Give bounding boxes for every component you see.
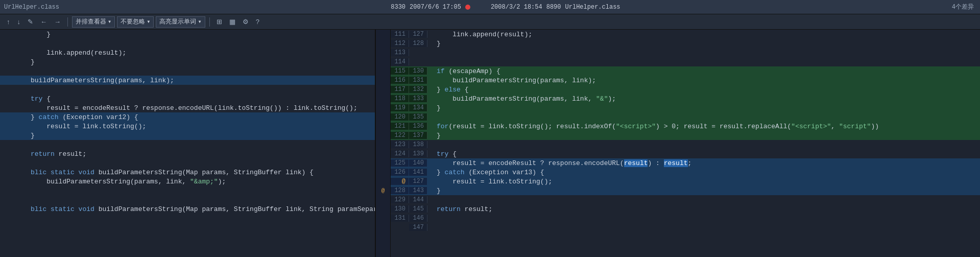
table-row: blic static void buildParametersString(M… <box>0 168 375 177</box>
chevron-down-icon2: ▾ <box>147 18 150 26</box>
gutter-line <box>376 168 390 177</box>
table-row <box>0 85 375 94</box>
left-pane: } link.append(result); } <box>0 30 375 257</box>
gutter-line <box>376 30 390 39</box>
highlight-dropdown[interactable]: 高亮显示单词 ▾ <box>156 16 205 28</box>
table-row <box>0 140 375 149</box>
chevron-down-icon: ▾ <box>108 18 111 26</box>
table-row: result = link.toString(); <box>0 122 375 131</box>
table-row <box>0 39 375 48</box>
gutter-line <box>376 66 390 76</box>
title-bar-center: 8330 2007/6/6 17:05 2008/3/2 18:54 8890 … <box>391 4 620 11</box>
table-row: 121 136 for(result = link.toString(); re… <box>391 122 980 131</box>
left-file-segment: 8330 2007/6/6 17:05 <box>391 4 470 11</box>
table-row: 129 144 <box>391 195 980 204</box>
table-row <box>0 66 375 76</box>
gutter-line <box>376 85 390 94</box>
table-row <box>0 186 375 195</box>
table-row: return result; <box>0 149 375 158</box>
right-date: 2008/3/2 18:54 <box>491 4 542 11</box>
table-row: 117 132 } else { <box>391 85 980 94</box>
left-arrow-button[interactable]: ← <box>38 17 50 27</box>
table-row: buildParametersString(params, link); <box>0 76 375 85</box>
table-row: 125 140 result = encodeResult ? response… <box>391 158 980 168</box>
right-pane: 111 127 link.append(result); 112 128 } 1… <box>391 30 980 257</box>
table-row: 126 141 } catch (Exception var13) { <box>391 168 980 177</box>
table-row: blic static void buildParametersString(M… <box>0 204 375 214</box>
table-row: 113 <box>391 48 980 57</box>
gutter-line <box>376 112 390 122</box>
gutter-line <box>376 177 390 186</box>
help-button[interactable]: ? <box>253 17 262 27</box>
left-line-num: 8330 <box>391 4 405 11</box>
table-row: try { <box>0 94 375 103</box>
prev-button[interactable]: ↑ <box>4 17 13 27</box>
gutter-line <box>376 76 390 85</box>
gutter-line <box>376 131 390 140</box>
compare-dropdown[interactable]: 并排查看器 ▾ <box>72 16 115 28</box>
table-row: } <box>0 30 375 39</box>
gutter-line <box>376 195 390 204</box>
table-row: buildParametersString(params, link, "&am… <box>0 177 375 186</box>
table-row: } <box>0 57 375 66</box>
gutter-marker-line: @ <box>376 186 390 195</box>
gutter-line <box>376 149 390 158</box>
title-bar-left: UrlHelper.class <box>0 4 59 11</box>
next-button[interactable]: ↓ <box>15 17 23 27</box>
table-row: 118 133 buildParametersString(params, li… <box>391 94 980 103</box>
bar-button[interactable]: ▦ <box>227 17 238 27</box>
diff-container: } link.append(result); } <box>0 30 980 257</box>
right-code-lines: 111 127 link.append(result); 112 128 } 1… <box>391 30 980 232</box>
edit-button[interactable]: ✎ <box>25 17 36 27</box>
two-col-button[interactable]: ⊞ <box>214 17 225 27</box>
gutter-line <box>376 158 390 168</box>
gutter-line <box>376 94 390 103</box>
table-row: } <box>0 131 375 140</box>
right-line-num: 8890 <box>546 4 561 11</box>
sep1 <box>67 17 68 27</box>
left-date: 2007/6/6 17:05 <box>410 4 461 11</box>
table-row: 122 137 } <box>391 131 980 140</box>
table-row <box>0 195 375 204</box>
gutter-line <box>376 39 390 48</box>
chevron-down-icon3: ▾ <box>198 18 201 26</box>
gutter-line <box>376 204 390 214</box>
table-row: 115 130 if (escapeAmp) { <box>391 66 980 76</box>
table-row: 130 145 return result; <box>391 204 980 214</box>
gutter-line <box>376 140 390 149</box>
right-file-segment: 2008/3/2 18:54 8890 UrlHelper.class <box>491 4 620 11</box>
table-row: 120 135 <box>391 112 980 122</box>
right-file-title: UrlHelper.class <box>565 4 620 11</box>
table-row: 147 <box>391 223 980 232</box>
sep2 <box>209 17 210 27</box>
gutter-line <box>376 57 390 66</box>
title-bar-right: 4个差异 <box>952 3 980 11</box>
right-arrow-button[interactable]: → <box>52 17 63 27</box>
toolbar: ↑ ↓ ✎ ← → 并排查看器 ▾ 不要忽略 ▾ 高亮显示单词 ▾ ⊞ ▦ ⚙ … <box>0 14 980 30</box>
table-row: 112 128 } <box>391 39 980 48</box>
left-file-title: UrlHelper.class <box>4 4 59 11</box>
table-row: 119 134 } <box>391 103 980 112</box>
diff-indicator <box>465 5 470 10</box>
diff-badge: 4个差异 <box>952 4 974 11</box>
table-row: 116 131 buildParametersString(params, li… <box>391 76 980 85</box>
table-row: 111 127 link.append(result); <box>391 30 980 39</box>
table-row: 114 <box>391 57 980 66</box>
table-row: 128 143 } <box>391 186 980 195</box>
table-row: 124 139 try { <box>391 149 980 158</box>
table-row <box>0 158 375 168</box>
table-row: result = encodeResult ? response.encodeU… <box>0 103 375 112</box>
table-row: } catch (Exception var12) { <box>0 112 375 122</box>
gutter-line <box>376 48 390 57</box>
table-row: 123 138 <box>391 140 980 149</box>
ignore-dropdown[interactable]: 不要忽略 ▾ <box>117 16 154 28</box>
gutter-line <box>376 122 390 131</box>
center-gutter: @ <box>375 30 391 257</box>
table-row: 131 146 <box>391 214 980 223</box>
table-row: link.append(result); <box>0 48 375 57</box>
left-code-lines: } link.append(result); } <box>0 30 375 214</box>
table-row: @ 127 result = link.toString(); <box>391 177 980 186</box>
settings-button[interactable]: ⚙ <box>240 17 251 27</box>
gutter-line <box>376 103 390 112</box>
title-bar: UrlHelper.class 8330 2007/6/6 17:05 2008… <box>0 0 980 14</box>
